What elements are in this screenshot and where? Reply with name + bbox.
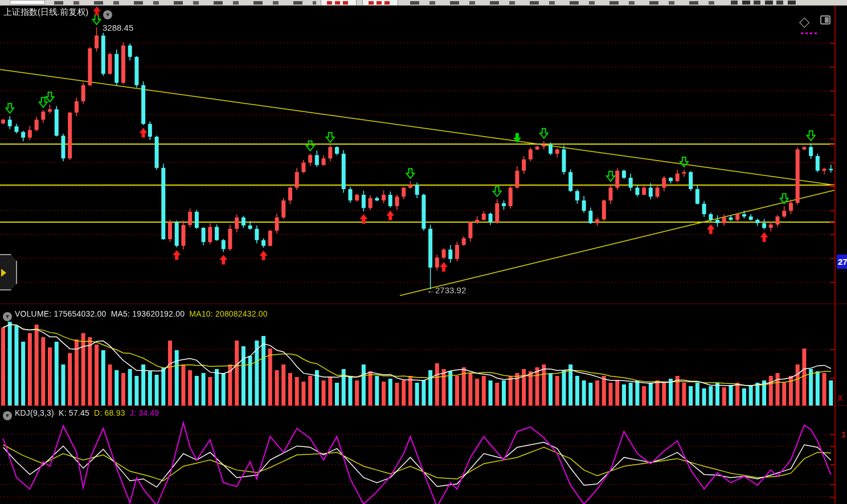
axis-tick [830,222,834,223]
axis-tick [830,186,834,187]
chart-title: 上证指数(日线.前复权) [3,7,88,17]
main-chart-canvas[interactable] [0,6,836,304]
axis-number-label: 1 [841,430,846,439]
axis-tick [830,43,834,44]
magenta-dot [810,32,812,34]
low-price-label: ←2733.92 [427,285,466,295]
toolbar-button-1[interactable] [321,0,357,5]
ma10-label: MA10: [189,309,212,318]
volume-label: VOLUME: [15,309,51,318]
axis-tick [830,258,834,259]
collapse-volume-chevron-icon[interactable]: ▾ [3,312,12,321]
axis-tick [830,378,834,379]
panel-divider[interactable] [0,405,847,406]
axis-tick [830,484,834,485]
axis-tick [830,234,834,235]
axis-tick [830,497,834,498]
j-value: 34.49 [138,408,159,417]
axis-tick [830,446,834,447]
expand-triangle-icon [1,269,6,277]
axis-tick [830,91,834,92]
peak-price-label: 3288.45 [103,23,133,32]
d-value: 68.93 [105,408,125,417]
axis-tick [830,162,834,163]
toolbar-menu-fragment[interactable] [54,1,316,5]
axis-tick [830,138,834,140]
axis-tick [830,185,834,186]
axis-tick [830,67,834,68]
k-label: K: [59,408,67,417]
volume-header: ▾VOLUME: 175654032.00 MA5: 193620192.00 … [3,309,268,321]
axis-tick [830,144,834,145]
kdj-header: ▾KDJ(9,3,3) K: 57.45 D: 68.93 J: 34.49 [3,408,159,420]
axis-tick [830,210,834,211]
panel-divider[interactable] [0,304,847,304]
axis-tick [830,434,834,435]
volume-value: 175654032.00 [54,309,107,318]
magenta-dot [805,32,808,34]
d-label: D: [94,408,102,417]
axis-x-label: X [837,394,842,403]
ma5-value: 193620192.00 [132,309,185,318]
chart-title-row: 上证指数(日线.前复权)▾ [3,6,115,19]
price-tag: 27 [837,255,847,269]
collapse-kdj-chevron-icon[interactable]: ▾ [3,411,12,420]
side-panel-handle[interactable] [0,254,17,290]
toolbar-icons-fragment[interactable] [731,1,799,5]
toolbar-button-2[interactable] [362,0,398,5]
left-arrow-glyph: ← [427,285,435,295]
toolbar [0,0,847,6]
j-label: J: [130,408,136,417]
k-value: 57.45 [69,408,89,417]
axis-tick [830,114,834,116]
collapse-main-chevron-icon[interactable]: ▾ [103,10,112,19]
diamond-icon[interactable]: ◇ [799,14,809,30]
ma10-value: 208082432.00 [215,309,268,318]
right-price-axis [834,6,836,504]
magenta-dot [815,32,817,34]
magenta-dot [801,32,803,34]
toolbar-menu-fragment-2[interactable] [410,1,718,5]
split-pane-icon[interactable] [820,15,830,24]
axis-tick [830,464,834,465]
kdj-label: KDJ(9,3,3) [15,408,54,417]
toolbar-input-fragment[interactable] [10,0,45,5]
trend-up-arrow-icon [93,6,101,16]
trading-terminal: { "main_panel": { "title": "上证指数(日线.前复权)… [0,0,847,504]
ma5-label: MA5: [111,309,130,318]
axis-tick [830,282,834,283]
axis-tick [830,349,834,350]
kdj-chart-canvas[interactable] [0,407,836,504]
